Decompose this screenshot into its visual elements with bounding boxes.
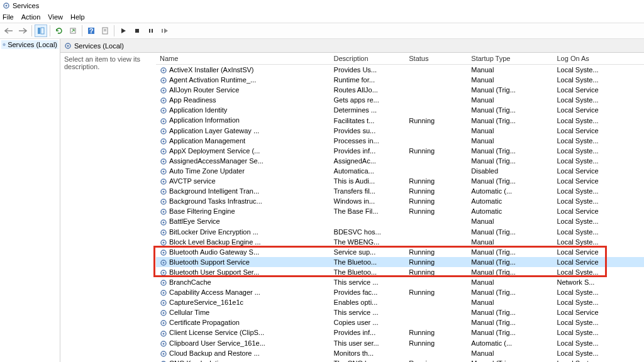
- service-row[interactable]: AVCTP serviceThis is Audi...RunningManua…: [156, 176, 644, 186]
- svg-point-43: [163, 191, 165, 193]
- cell-startup: Automatic: [467, 196, 553, 206]
- service-row[interactable]: Clipboard User Service_161e...This user …: [156, 338, 644, 348]
- start-service-button[interactable]: [117, 25, 130, 37]
- svg-text:?: ?: [89, 27, 94, 35]
- cell-logon: Local Syste...: [553, 146, 645, 156]
- cell-name: Background Tasks Infrastruc...: [156, 196, 330, 206]
- service-row[interactable]: App ReadinessGets apps re...ManualLocal …: [156, 95, 644, 105]
- cell-status: Running: [405, 115, 467, 125]
- back-button[interactable]: [3, 25, 15, 37]
- cell-name: Certificate Propagation: [156, 317, 330, 327]
- cell-description: Facilitates t...: [330, 115, 406, 125]
- service-row[interactable]: Capability Access Manager ...Provides fa…: [156, 287, 644, 297]
- cell-startup: Automatic (...: [467, 338, 553, 348]
- service-row[interactable]: ActiveX Installer (AxInstSV)Provides Us.…: [156, 65, 644, 75]
- service-row[interactable]: Bluetooth User Support Ser...The Bluetoo…: [156, 267, 644, 277]
- cell-startup: Manual (Trig...: [467, 257, 553, 267]
- menu-view[interactable]: View: [48, 13, 63, 21]
- service-row[interactable]: CNG Key IsolationThe CNG ke...RunningMan…: [156, 358, 644, 362]
- column-name[interactable]: Name: [156, 53, 330, 65]
- separator: [50, 25, 50, 36]
- cell-description: The Base Fil...: [330, 206, 406, 216]
- service-row[interactable]: BattlEye ServiceManualLocal Syste...: [156, 216, 644, 226]
- service-row[interactable]: Cloud Backup and Restore ...Monitors th.…: [156, 348, 644, 358]
- separator: [31, 25, 32, 36]
- cell-logon: Local Syste...: [553, 75, 645, 85]
- pause-service-button[interactable]: [145, 25, 157, 37]
- svg-rect-13: [162, 29, 163, 33]
- cell-startup: Manual (Trig...: [467, 317, 553, 327]
- svg-point-61: [163, 282, 165, 284]
- service-row[interactable]: Application IdentityDetermines ...Manual…: [156, 105, 644, 115]
- cell-startup: Manual: [467, 297, 553, 307]
- cell-startup: Manual: [467, 75, 553, 85]
- help-button[interactable]: ?: [85, 25, 97, 37]
- service-row[interactable]: AppX Deployment Service (...Provides inf…: [156, 146, 644, 156]
- service-row[interactable]: AllJoyn Router ServiceRoutes AllJo...Man…: [156, 85, 644, 95]
- cell-startup: Manual (Trig...: [467, 267, 553, 277]
- show-hide-tree-button[interactable]: [35, 25, 47, 37]
- service-row[interactable]: Application InformationFacilitates t...R…: [156, 115, 644, 125]
- cell-logon: Local Service: [553, 166, 645, 176]
- svg-rect-10: [135, 29, 139, 33]
- svg-point-47: [163, 211, 165, 213]
- services-list[interactable]: Name Description Status Startup Type Log…: [156, 53, 644, 362]
- stop-service-button[interactable]: [131, 25, 143, 37]
- service-row[interactable]: Application Layer Gateway ...Provides su…: [156, 126, 644, 136]
- service-row[interactable]: Background Intelligent Tran...Transfers …: [156, 186, 644, 196]
- svg-point-49: [163, 221, 165, 223]
- properties-button[interactable]: [99, 25, 111, 37]
- column-logon[interactable]: Log On As: [553, 53, 645, 65]
- column-headers: Name Description Status Startup Type Log…: [156, 53, 644, 65]
- cell-startup: Manual: [467, 277, 553, 287]
- service-row[interactable]: AssignedAccessManager Se...AssignedAc...…: [156, 156, 644, 166]
- cell-name: Block Level Backup Engine ...: [156, 237, 330, 247]
- content-header: Services (Local): [60, 39, 644, 53]
- export-list-button[interactable]: [67, 25, 79, 37]
- service-row[interactable]: Block Level Backup Engine ...The WBENG..…: [156, 237, 644, 247]
- menu-file[interactable]: File: [3, 13, 14, 21]
- cell-startup: Manual: [467, 95, 553, 105]
- cell-startup: Manual (Trig...: [467, 105, 553, 115]
- service-row[interactable]: Agent Activation Runtime_...Runtime for.…: [156, 75, 644, 85]
- cell-status: Running: [405, 267, 467, 277]
- cell-status: Running: [405, 338, 467, 348]
- service-row[interactable]: Cellular TimeThis service ...Manual (Tri…: [156, 307, 644, 317]
- forward-button[interactable]: [16, 25, 29, 37]
- titlebar: Services: [0, 0, 644, 11]
- cell-description: Enables opti...: [330, 297, 406, 307]
- column-startup[interactable]: Startup Type: [467, 53, 553, 65]
- tree-pane: Services (Local): [0, 39, 60, 362]
- gear-icon: [64, 42, 72, 50]
- column-description[interactable]: Description: [330, 53, 406, 65]
- cell-description: Monitors th...: [330, 348, 406, 358]
- service-row[interactable]: BranchCacheThis service ...ManualNetwork…: [156, 277, 644, 287]
- cell-name: Application Management: [156, 136, 330, 146]
- cell-startup: Manual: [467, 65, 553, 75]
- description-prompt: Select an item to view its description.: [64, 55, 140, 70]
- service-row[interactable]: BitLocker Drive Encryption ...BDESVC hos…: [156, 227, 644, 237]
- service-row[interactable]: Client License Service (ClipS...Provides…: [156, 327, 644, 337]
- service-row[interactable]: Bluetooth Support ServiceThe Bluetoo...R…: [156, 257, 644, 267]
- service-row[interactable]: Background Tasks Infrastruc...Windows in…: [156, 196, 644, 206]
- cell-startup: Disabled: [467, 166, 553, 176]
- menu-help[interactable]: Help: [70, 13, 85, 21]
- menu-action[interactable]: Action: [21, 13, 41, 21]
- tree-item-services-local[interactable]: Services (Local): [1, 40, 58, 49]
- refresh-button[interactable]: [53, 25, 65, 37]
- cell-status: Running: [405, 146, 467, 156]
- cell-name: Background Intelligent Tran...: [156, 186, 330, 196]
- cell-logon: Local Syste...: [553, 287, 645, 297]
- service-row[interactable]: Base Filtering EngineThe Base Fil...Runn…: [156, 206, 644, 216]
- cell-description: BDESVC hos...: [330, 227, 406, 237]
- cell-description: The Bluetoo...: [330, 257, 406, 267]
- service-row[interactable]: Certificate PropagationCopies user ...Ma…: [156, 317, 644, 327]
- column-status[interactable]: Status: [405, 53, 467, 65]
- service-row[interactable]: Application ManagementProcesses in...Man…: [156, 136, 644, 146]
- cell-startup: Manual (Trig...: [467, 327, 553, 337]
- service-row[interactable]: Bluetooth Audio Gateway S...Service sup.…: [156, 247, 644, 257]
- restart-service-button[interactable]: [158, 25, 171, 37]
- service-row[interactable]: Auto Time Zone UpdaterAutomatica...Disab…: [156, 166, 644, 176]
- service-row[interactable]: CaptureService_161e1cEnables opti...Manu…: [156, 297, 644, 307]
- cell-logon: Local Service: [553, 247, 645, 257]
